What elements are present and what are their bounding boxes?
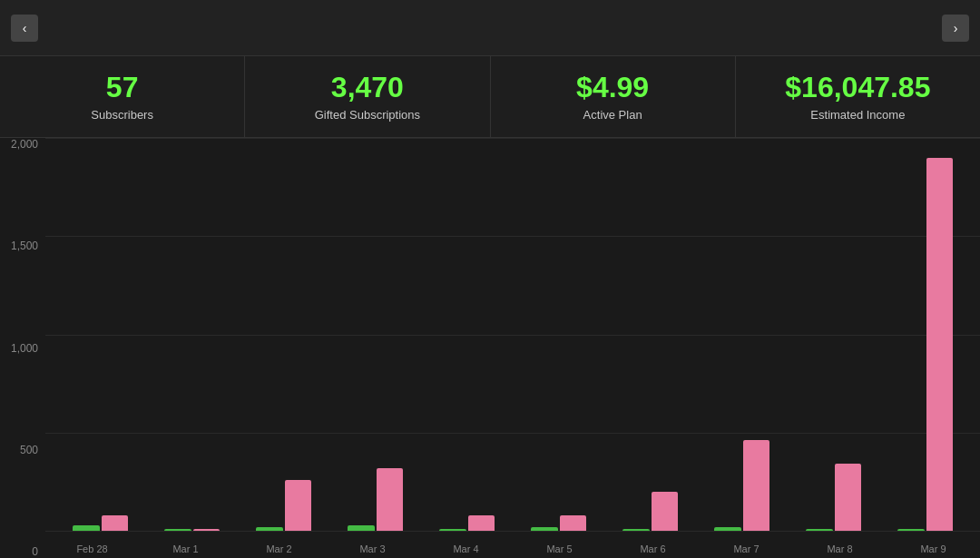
- stat-card-1: 3,470 Gifted Subscriptions: [245, 56, 490, 137]
- x-axis: Feb 28Mar 1Mar 2Mar 3Mar 4Mar 5Mar 6Mar …: [45, 531, 980, 558]
- x-label-4: Mar 4: [419, 543, 513, 558]
- stat-card-0: 57 Subscribers: [0, 56, 245, 137]
- bars-pair-0: [73, 138, 128, 531]
- bar-group-8: [788, 138, 879, 531]
- chevron-right-icon: ›: [954, 21, 958, 35]
- bars-pair-6: [622, 138, 678, 531]
- x-label-0: Feb 28: [45, 543, 139, 558]
- bar-group-7: [696, 138, 788, 531]
- bar-group-5: [513, 138, 604, 531]
- bar-pink-8: [835, 464, 861, 531]
- bar-group-2: [238, 138, 329, 531]
- y-label-3: 500: [0, 444, 45, 456]
- y-label-0: 2,000: [0, 138, 45, 151]
- x-label-1: Mar 1: [139, 543, 232, 558]
- stats-row: 57 Subscribers 3,470 Gifted Subscription…: [0, 56, 980, 138]
- stat-label-1: Gifted Subscriptions: [315, 108, 420, 122]
- stat-label-3: Estimated Income: [810, 108, 905, 122]
- y-axis: 2,0001,5001,0005000: [0, 138, 45, 558]
- x-label-3: Mar 3: [326, 543, 419, 558]
- bar-group-9: [879, 138, 971, 531]
- x-label-5: Mar 5: [513, 543, 606, 558]
- bars-pair-5: [531, 138, 586, 531]
- header: ‹ ›: [0, 0, 980, 56]
- y-label-1: 1,500: [0, 240, 45, 252]
- stat-card-3: $16,047.85 Estimated Income: [736, 56, 980, 137]
- stat-label-2: Active Plan: [583, 108, 642, 122]
- bar-group-6: [604, 138, 696, 531]
- stat-value-3: $16,047.85: [785, 72, 930, 103]
- x-label-2: Mar 2: [232, 543, 326, 558]
- bar-pink-3: [377, 468, 403, 531]
- x-label-7: Mar 7: [700, 543, 793, 558]
- y-label-2: 1,000: [0, 342, 45, 355]
- bar-group-0: [54, 138, 146, 531]
- bar-pink-2: [285, 480, 311, 531]
- bar-pink-9: [926, 158, 953, 531]
- bar-group-3: [329, 138, 421, 531]
- stat-card-2: $4.99 Active Plan: [491, 56, 736, 137]
- stat-value-1: 3,470: [331, 72, 404, 103]
- stat-label-0: Subscribers: [91, 108, 153, 122]
- bars-pair-8: [806, 138, 861, 531]
- x-label-6: Mar 6: [606, 543, 700, 558]
- x-label-8: Mar 8: [793, 543, 887, 558]
- bar-pink-7: [743, 440, 769, 531]
- stat-value-0: 57: [106, 72, 139, 103]
- bar-pink-4: [468, 515, 495, 531]
- bars-container: [45, 138, 980, 531]
- bars-pair-3: [348, 138, 403, 531]
- bar-pink-5: [560, 515, 586, 531]
- bar-pink-0: [102, 515, 128, 531]
- prev-button[interactable]: ‹: [11, 15, 38, 42]
- bar-group-1: [146, 138, 238, 531]
- bars-pair-4: [439, 138, 495, 531]
- bar-group-4: [421, 138, 513, 531]
- bars-pair-2: [256, 138, 311, 531]
- stat-value-2: $4.99: [576, 72, 649, 103]
- bar-pink-6: [652, 492, 678, 531]
- chevron-left-icon: ‹: [23, 21, 27, 35]
- bars-pair-9: [897, 138, 953, 531]
- next-button[interactable]: ›: [942, 15, 969, 42]
- bars-pair-7: [714, 138, 769, 531]
- chart-area: 2,0001,5001,0005000 Feb 28Mar 1Mar 2Mar …: [0, 138, 980, 558]
- x-label-9: Mar 9: [887, 543, 980, 558]
- bars-pair-1: [164, 138, 220, 531]
- y-label-4: 0: [0, 545, 45, 558]
